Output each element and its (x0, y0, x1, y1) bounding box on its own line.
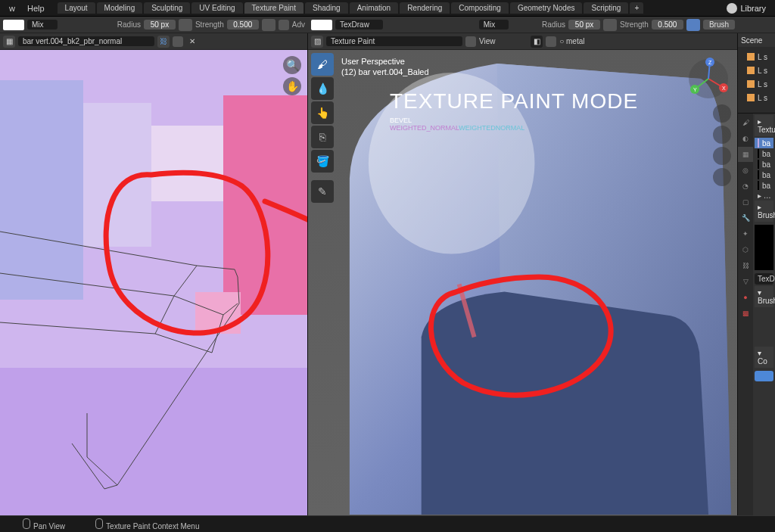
menubar: w Help Layout Modeling Sculpting UV Edit… (0, 0, 775, 17)
adv-check[interactable] (279, 20, 289, 30)
ortho-toggle-icon[interactable] (713, 168, 731, 186)
tab-scripting[interactable]: Scripting (584, 2, 628, 14)
menu-window[interactable]: w (3, 4, 21, 13)
texture-row[interactable]: ba (755, 148, 773, 159)
brush-tool[interactable]: 🖌 (311, 53, 334, 76)
tab-texture-paint[interactable]: Texture Paint (244, 2, 303, 14)
object-icon (747, 80, 755, 88)
prop-tab-constraint[interactable]: ⛓ (738, 258, 753, 273)
tab-add[interactable]: + (630, 2, 643, 14)
image-linked-icon[interactable]: ⛓ (157, 36, 170, 48)
slot-chain[interactable] (546, 36, 556, 47)
radius-pressure-vp[interactable] (603, 19, 617, 31)
tab-shading[interactable]: Shading (305, 2, 348, 14)
view-btn[interactable] (465, 36, 476, 47)
color-primary[interactable] (3, 20, 24, 30)
mode-select[interactable]: Texture Paint (326, 36, 462, 46)
camera-view-icon[interactable] (713, 147, 731, 165)
pan-icon[interactable]: ✋ (283, 77, 301, 95)
outliner-row[interactable]: L s (738, 50, 775, 64)
tab-layout[interactable]: Layout (58, 2, 95, 14)
strength-value[interactable]: 0.500 (227, 20, 259, 30)
mask-tool[interactable]: ✎ (311, 180, 334, 203)
prop-tab-texture[interactable]: ▩ (738, 306, 753, 321)
blend-mode[interactable]: Mix (27, 20, 58, 30)
tab-geometry-nodes[interactable]: Geometry Nodes (510, 2, 583, 14)
prop-tab-data[interactable]: ▽ (738, 274, 753, 289)
tab-animation[interactable]: Animation (350, 2, 398, 14)
tool-column: 🖌 💧 👆 ⎘ 🪣 ✎ (311, 53, 334, 203)
view-menu[interactable]: View (479, 37, 496, 45)
vp-side-buttons (713, 104, 731, 186)
adv-label: Adv (292, 20, 305, 29)
material-name[interactable]: ○ metal (559, 37, 584, 45)
texture-row-more[interactable]: ▸ … (755, 191, 773, 201)
tab-rendering[interactable]: Rendering (400, 2, 450, 14)
brush-btn[interactable]: Brush (703, 20, 735, 30)
library-dropdown[interactable]: Library (721, 3, 772, 14)
radius-label-vp: Radius (542, 20, 565, 29)
prop-tab-output[interactable]: ◐ (738, 131, 753, 146)
editor-type-icon[interactable]: ▦ (3, 36, 15, 48)
menu-help[interactable]: Help (21, 4, 51, 13)
texture-row[interactable]: ba (755, 138, 773, 148)
prop-tab-physics[interactable]: ⬡ (738, 242, 753, 257)
blur-tool[interactable]: 💧 (311, 77, 334, 100)
prop-tab-world[interactable]: ◔ (738, 179, 753, 194)
outliner-row[interactable]: L s (738, 77, 775, 91)
prop-tab-render[interactable]: 🖌 (738, 115, 753, 130)
prop-tab-scene[interactable]: ◎ (738, 163, 753, 178)
mouse-icon (95, 518, 103, 529)
section-texture[interactable]: ▸ Textu (755, 115, 773, 136)
brush-preview[interactable] (755, 225, 773, 270)
brush-preset[interactable]: TexDraw (335, 20, 383, 30)
prop-tab-particles[interactable]: ✦ (738, 226, 753, 241)
clone-tool[interactable]: ⎘ (311, 126, 334, 148)
prop-tab-active[interactable]: ▦ (738, 147, 753, 162)
prop-tab-modifier[interactable]: 🔧 (738, 210, 753, 226)
smear-tool[interactable]: 👆 (311, 101, 334, 124)
radius-value[interactable]: 50 px (144, 20, 176, 30)
section-color[interactable]: ▾ Co (755, 347, 773, 368)
color-primary-vp[interactable] (311, 20, 332, 30)
zoom-icon[interactable]: 🔍 (283, 56, 301, 74)
strength-value-vp[interactable]: 0.500 (652, 20, 683, 30)
texture-row[interactable]: ba (755, 180, 773, 191)
viewport: ▨ Texture Paint View ◧ ○ metal (308, 33, 738, 515)
radius-value-vp[interactable]: 50 px (568, 20, 600, 30)
section-brush[interactable]: ▸ Brush (755, 201, 773, 222)
uv-canvas[interactable]: 🔍 ✋ (0, 50, 307, 515)
brush-name[interactable]: TexDra (755, 273, 773, 285)
tab-uv-editing[interactable]: UV Editing (191, 2, 242, 14)
toolbar-right-stub (738, 17, 775, 33)
prop-tab-object[interactable]: ▢ (738, 194, 753, 210)
outliner-row[interactable]: L s (738, 91, 775, 104)
strength-pressure-vp[interactable] (686, 19, 700, 31)
blend-mode-vp[interactable]: Mix (479, 20, 509, 30)
color-chip[interactable] (755, 371, 773, 381)
texture-row[interactable]: ba (755, 159, 773, 170)
tab-modeling[interactable]: Modeling (97, 2, 143, 14)
slot-icon[interactable]: ◧ (531, 36, 543, 48)
prop-tab-material[interactable]: ● (738, 290, 753, 305)
pan-view-icon[interactable] (713, 126, 731, 144)
props-body: ▸ Textu ba ba ba ba ba ▸ … ▸ Brush TexDr… (753, 114, 775, 515)
section-brush-settings[interactable]: ▾ Brush (755, 286, 773, 307)
tab-sculpting[interactable]: Sculpting (144, 2, 190, 14)
texture-list: ba ba ba ba ba ▸ … (755, 138, 773, 201)
axis-gizmo[interactable]: X Y Z (687, 58, 730, 100)
image-close[interactable]: ✕ (186, 37, 198, 45)
zoom-view-icon[interactable] (713, 104, 731, 123)
fill-tool[interactable]: 🪣 (311, 150, 334, 173)
viewport-canvas[interactable]: 🖌 💧 👆 ⎘ 🪣 ✎ User Perspective (12) bar ve… (308, 50, 737, 515)
hdr-pill1[interactable] (173, 36, 183, 47)
image-select[interactable]: bar vert.004_bk2_pbr_normal (18, 36, 154, 46)
strength-pressure-icon[interactable] (262, 19, 275, 31)
strength-label: Strength (195, 20, 224, 29)
editor-type-vp-icon[interactable]: ▨ (311, 36, 323, 48)
radius-pressure-icon[interactable] (179, 19, 192, 31)
tab-compositing[interactable]: Compositing (451, 2, 509, 14)
texture-row[interactable]: ba (755, 170, 773, 180)
outliner-row[interactable]: L s (738, 64, 775, 77)
radius-label: Radius (117, 20, 141, 29)
